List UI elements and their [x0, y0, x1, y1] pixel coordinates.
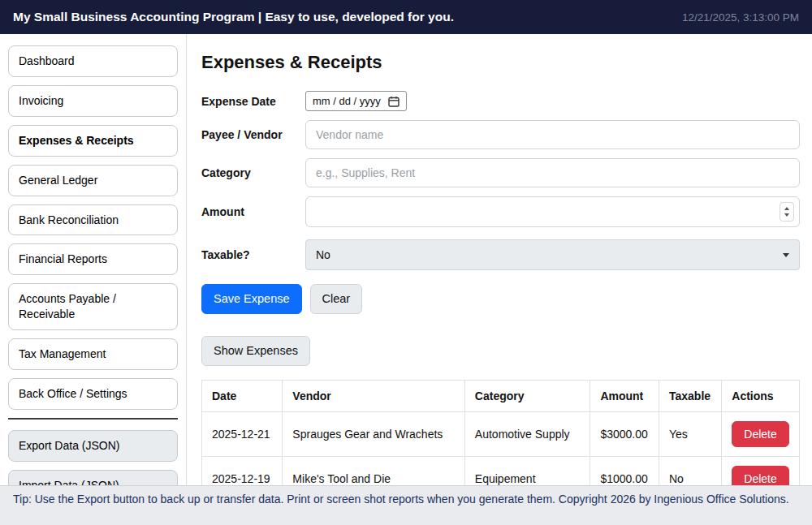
app-title: My Small Business Accounting Program | E…: [13, 10, 454, 24]
app-header: My Small Business Accounting Program | E…: [0, 0, 812, 34]
save-expense-button[interactable]: Save Expense: [201, 284, 302, 314]
amount-input[interactable]: [316, 204, 780, 219]
export-data-button[interactable]: Export Data (JSON): [8, 430, 178, 462]
show-expenses-button[interactable]: Show Expenses: [201, 336, 310, 366]
cell-amount: $3000.00: [590, 411, 659, 456]
sidebar-item-general-ledger[interactable]: General Ledger: [8, 165, 178, 196]
sidebar-item-expenses-receipts[interactable]: Expenses & Receipts: [8, 125, 178, 157]
table-row: 2025-12-21 Sprauges Gear and Wrachets Au…: [202, 411, 800, 456]
main-content: Expenses & Receipts Expense Date mm / dd…: [187, 34, 812, 485]
page-title: Expenses & Receipts: [201, 52, 800, 73]
category-input[interactable]: [305, 158, 800, 187]
cell-vendor: Sprauges Gear and Wrachets: [283, 411, 464, 456]
clear-button[interactable]: Clear: [310, 284, 363, 314]
header-vendor: Vendor: [283, 380, 464, 411]
sidebar-item-financial-reports[interactable]: Financial Reports: [8, 243, 178, 275]
chevron-down-icon: [783, 253, 789, 257]
taxable-select[interactable]: No: [305, 239, 800, 270]
vendor-label: Payee / Vendor: [201, 128, 305, 141]
sidebar-item-accounts-payable-receivable[interactable]: Accounts Payable / Receivable: [8, 283, 178, 330]
number-spinner[interactable]: [780, 202, 794, 222]
taxable-selected-value: No: [316, 248, 330, 261]
sidebar-item-back-office-settings[interactable]: Back Office / Settings: [8, 378, 178, 410]
header-taxable: Taxable: [659, 380, 722, 411]
table-header-row: Date Vendor Category Amount Taxable Acti…: [202, 380, 800, 411]
sidebar-item-invoicing[interactable]: Invoicing: [8, 85, 178, 117]
cell-date: 2025-12-21: [202, 411, 283, 456]
sidebar-item-bank-reconciliation[interactable]: Bank Reconciliation: [8, 204, 178, 236]
category-label: Category: [201, 166, 305, 179]
sidebar-divider: [8, 418, 178, 420]
expenses-table: Date Vendor Category Amount Taxable Acti…: [201, 380, 800, 501]
delete-row-button[interactable]: Delete: [732, 421, 788, 447]
clock-timestamp: 12/21/2025, 3:13:00 PM: [682, 11, 799, 24]
expense-date-label: Expense Date: [201, 95, 305, 108]
sidebar-item-dashboard[interactable]: Dashboard: [8, 45, 178, 77]
expense-date-input[interactable]: mm / dd / yyyy: [305, 91, 407, 111]
app-window: My Small Business Accounting Program | E…: [0, 0, 812, 525]
header-actions: Actions: [722, 380, 800, 411]
spinner-up-icon[interactable]: [784, 207, 789, 210]
taxable-label: Taxable?: [201, 248, 305, 261]
sidebar-item-tax-management[interactable]: Tax Management: [8, 338, 178, 370]
vendor-input[interactable]: [305, 120, 800, 149]
cell-taxable: Yes: [659, 411, 722, 456]
footer-tip: Tip: Use the Export button to back up or…: [0, 485, 812, 525]
amount-input-wrapper: [305, 196, 800, 227]
calendar-icon[interactable]: [388, 96, 400, 107]
header-date: Date: [202, 380, 283, 411]
sidebar-nav: Dashboard Invoicing Expenses & Receipts …: [0, 34, 187, 485]
amount-label: Amount: [201, 205, 305, 218]
cell-actions: Delete: [722, 411, 800, 456]
header-category: Category: [464, 380, 590, 411]
spinner-down-icon[interactable]: [784, 213, 789, 217]
cell-category: Automotive Supply: [464, 411, 590, 456]
date-value: mm / dd / yyyy: [313, 95, 381, 107]
header-amount: Amount: [590, 380, 659, 411]
